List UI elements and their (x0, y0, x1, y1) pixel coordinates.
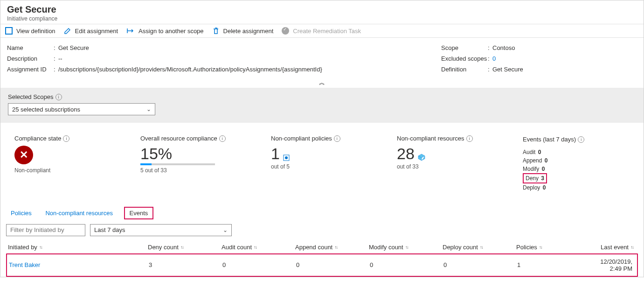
toolbar: View definition Edit assignment Assign t… (0, 24, 644, 38)
compliance-progress (140, 163, 215, 165)
table-row[interactable]: Trent Baker 3 0 0 0 0 1 12/20/2019, 2:49… (6, 253, 638, 277)
collapse-toggle[interactable]: ︽ (0, 77, 644, 88)
event-append: Append 0 (523, 156, 584, 165)
edit-assignment-button[interactable]: Edit assignment (64, 27, 118, 35)
info-icon[interactable]: i (63, 135, 69, 142)
tabs: Policies Non-compliant resources Events (0, 204, 644, 224)
view-definition-button[interactable]: View definition (5, 27, 55, 35)
overall-compliance-sub: 5 out of 33 (140, 167, 252, 174)
selected-scopes-section: Selected Scopesi 25 selected subscriptio… (0, 88, 644, 123)
scope-select[interactable]: 25 selected subscriptions ⌄ (8, 103, 155, 115)
time-range-select[interactable]: Last 7 days ⌄ (90, 224, 232, 236)
description-label: Description (7, 55, 54, 62)
last-event-cell: 12/20/2019, 2:49 PM (587, 258, 635, 272)
compliance-state-icon: ✕ (14, 146, 33, 164)
event-deploy: Deploy 0 (523, 183, 584, 192)
filter-row: Last 7 days ⌄ (0, 224, 644, 239)
chevron-down-icon: ⌄ (223, 227, 228, 233)
append-count-cell: 0 (296, 258, 370, 272)
deny-count-cell: 3 (149, 258, 222, 272)
col-policies[interactable]: Policies↑↓ (516, 244, 586, 251)
noncompliant-resources-value: 28 (397, 146, 415, 162)
create-remediation-button: Create Remediation Task (282, 27, 361, 35)
scope-select-value: 25 selected subscriptions (12, 106, 80, 113)
definition-value: Get Secure (492, 66, 637, 73)
col-modify-count[interactable]: Modify count↑↓ (369, 244, 443, 251)
definition-icon (5, 27, 13, 35)
event-modify: Modify 0 (523, 165, 584, 173)
assignment-id-value: /subscriptions/{subscriptionId}/provider… (58, 66, 441, 73)
tab-noncompliant-resources[interactable]: Non-compliant resources (42, 208, 116, 218)
policies-cell: 1 (517, 258, 587, 272)
event-audit: Audit 0 (523, 148, 584, 156)
selected-scopes-label: Selected Scopes (8, 93, 54, 100)
assign-scope-label: Assign to another scope (138, 28, 203, 35)
info-icon[interactable]: i (334, 135, 340, 142)
compliance-state-text: Non-compliant (14, 167, 122, 174)
assign-scope-icon (126, 27, 135, 35)
noncompliant-policies-sub: out of 5 (271, 163, 378, 170)
details-section: Name:Get Secure Description:-- Assignmen… (0, 38, 644, 77)
scope-value: Contoso (492, 44, 637, 51)
overall-compliance-title: Overall resource compliance (140, 135, 217, 142)
svg-point-1 (285, 156, 288, 159)
remediation-icon (282, 27, 289, 35)
name-label: Name (7, 44, 54, 51)
col-append-count[interactable]: Append count↑↓ (295, 244, 369, 251)
page-subtitle: Initiative compliance (7, 15, 637, 22)
create-remediation-label: Create Remediation Task (293, 28, 361, 35)
col-deploy-count[interactable]: Deploy count↑↓ (443, 244, 516, 251)
pencil-icon (64, 27, 71, 35)
overall-compliance-value: 15% (140, 146, 252, 162)
compliance-state-title: Compliance state (14, 135, 61, 142)
scope-label: Scope (441, 44, 488, 51)
tab-policies[interactable]: Policies (8, 208, 35, 218)
col-deny-count[interactable]: Deny count↑↓ (148, 244, 222, 251)
col-last-event[interactable]: Last event↑↓ (586, 244, 636, 251)
name-value: Get Secure (58, 44, 441, 51)
noncompliant-resources-title: Non-compliant resources (397, 135, 464, 142)
cube-icon (417, 153, 426, 162)
delete-assignment-button[interactable]: Delete assignment (212, 27, 274, 35)
deploy-count-cell: 0 (443, 258, 517, 272)
modify-count-cell: 0 (370, 258, 443, 272)
noncompliant-policies-title: Non-compliant policies (271, 135, 332, 142)
noncompliant-resources-sub: out of 33 (397, 163, 504, 170)
assignment-id-label: Assignment ID (7, 66, 54, 73)
events-title: Events (last 7 days) (523, 135, 576, 144)
time-range-value: Last 7 days (94, 226, 125, 233)
initiated-by-link[interactable]: Trent Baker (9, 258, 149, 272)
page-title: Get Secure (7, 4, 637, 15)
events-table: Initiated by↑↓ Deny count↑↓ Audit count↑… (0, 239, 644, 277)
description-value: -- (58, 55, 441, 62)
info-icon[interactable]: i (466, 135, 473, 142)
audit-count-cell: 0 (222, 258, 296, 272)
info-icon[interactable]: i (578, 136, 584, 143)
assign-scope-button[interactable]: Assign to another scope (126, 27, 203, 35)
chevron-down-icon: ⌄ (146, 106, 151, 112)
col-initiated-by[interactable]: Initiated by↑↓ (8, 244, 148, 251)
edit-assignment-label: Edit assignment (75, 28, 118, 35)
stats-row: Compliance statei ✕ Non-compliant Overal… (0, 123, 644, 199)
excluded-scopes-label: Excluded scopes (441, 55, 488, 62)
view-definition-label: View definition (16, 28, 55, 35)
delete-assignment-label: Delete assignment (223, 28, 274, 35)
col-audit-count[interactable]: Audit count↑↓ (222, 244, 295, 251)
noncompliant-policies-value: 1 (271, 146, 280, 162)
excluded-scopes-value[interactable]: 0 (492, 55, 637, 62)
policy-icon (283, 154, 290, 162)
trash-icon (212, 27, 220, 35)
definition-label: Definition (441, 66, 488, 73)
initiated-by-filter-input[interactable] (6, 224, 85, 236)
tab-events[interactable]: Events (124, 207, 154, 219)
info-icon[interactable]: i (219, 135, 226, 142)
event-deny[interactable]: Deny 3 (523, 173, 547, 183)
info-icon[interactable]: i (55, 94, 62, 100)
